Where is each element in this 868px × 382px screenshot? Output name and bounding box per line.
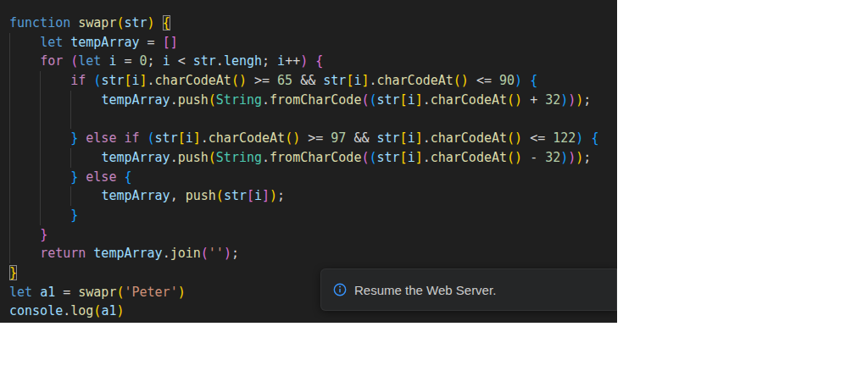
code-token — [270, 53, 277, 69]
code-token: ) — [270, 188, 277, 203]
indent-guide — [9, 225, 10, 245]
code-token: = — [147, 35, 155, 50]
code-token — [292, 73, 300, 88]
code-token: push — [186, 188, 216, 203]
code-line: if (str[i].charCodeAt() >= 65 && str[i].… — [0, 71, 617, 91]
code-token: swapr — [78, 15, 116, 30]
code-token: ( — [209, 92, 216, 108]
code-line: tempArray.push(String.fromCharCode((str[… — [0, 148, 617, 168]
code-token: + — [530, 92, 537, 108]
code-token — [32, 285, 40, 300]
indent-guide — [40, 148, 41, 168]
code-token: >= — [254, 73, 270, 88]
code-token: - — [530, 150, 537, 165]
code-token — [522, 150, 530, 165]
code-token: String — [216, 92, 262, 108]
code-token: i — [277, 53, 285, 69]
code-token: String — [216, 150, 262, 165]
code-token: if — [124, 130, 139, 146]
code-token: else — [86, 130, 116, 146]
code-token: } — [70, 130, 78, 146]
code-token: tempArray — [93, 246, 162, 261]
code-token: str — [155, 130, 178, 146]
code-token: ) — [576, 92, 583, 108]
code-token: 65 — [277, 73, 292, 88]
code-token — [155, 35, 163, 50]
code-token — [369, 130, 376, 146]
indent-guide — [9, 148, 10, 168]
code-token: . — [369, 73, 376, 88]
code-token — [9, 92, 101, 108]
code-token: ] — [415, 150, 423, 165]
code-token: console — [9, 303, 63, 318]
indent-guide — [9, 186, 10, 206]
code-token: ( — [285, 130, 292, 146]
code-token: ) — [300, 53, 308, 69]
code-token — [300, 130, 308, 146]
code-token — [70, 15, 78, 30]
indent-guide — [9, 109, 10, 129]
code-token: i — [186, 130, 193, 146]
code-token: ( — [507, 130, 515, 146]
code-token — [315, 73, 323, 88]
code-token — [522, 73, 530, 88]
indent-guide — [40, 186, 41, 206]
code-line: tempArray.push(String.fromCharCode((str[… — [0, 91, 617, 110]
code-token — [63, 53, 70, 69]
code-token: ) — [116, 303, 124, 318]
code-token — [522, 92, 530, 108]
code-token — [78, 169, 86, 185]
code-token — [9, 246, 40, 261]
code-token — [308, 53, 315, 69]
code-token: str — [377, 130, 400, 146]
code-token: ; — [277, 188, 285, 203]
code-token: ) — [568, 92, 576, 108]
code-token: '' — [209, 246, 224, 261]
indent-guide — [9, 52, 10, 71]
code-line: tempArray, push(str[i]); — [0, 186, 617, 206]
code-token: ( — [216, 188, 224, 203]
code-token — [9, 35, 40, 50]
code-editor[interactable]: function swapr(str) { let tempArray = []… — [0, 0, 617, 323]
indent-guide — [40, 168, 41, 187]
code-token: tempArray — [101, 150, 170, 165]
indent-guide — [40, 71, 41, 91]
code-token — [522, 130, 530, 146]
notification-toast[interactable]: Resume the Web Server. — [320, 269, 617, 311]
code-token: . — [262, 150, 270, 165]
code-token: ( — [231, 73, 239, 88]
code-token — [270, 73, 277, 88]
code-token: { — [591, 130, 598, 146]
code-token: ] — [415, 130, 423, 146]
code-token: . — [262, 92, 270, 108]
code-token: . — [170, 92, 178, 108]
code-token: ; — [262, 53, 270, 69]
code-line: } — [0, 206, 617, 225]
code-token: charCodeAt — [431, 92, 507, 108]
indent-guide — [40, 129, 41, 148]
code-token — [9, 150, 101, 165]
code-line: for (let i = 0; i < str.lengh; i++) { — [0, 52, 617, 71]
code-token: ) — [576, 150, 583, 165]
code-token — [537, 92, 545, 108]
code-token — [9, 227, 40, 242]
code-token: . — [63, 303, 70, 318]
code-token: ; — [147, 53, 155, 69]
code-token: = — [63, 285, 70, 300]
code-token: . — [147, 73, 155, 88]
code-token: ) — [568, 150, 576, 165]
code-token: function — [9, 15, 70, 30]
info-icon — [333, 283, 347, 296]
indent-guide — [70, 186, 71, 206]
code-token: return — [40, 246, 86, 261]
code-token: . — [423, 130, 431, 146]
code-token — [186, 53, 193, 69]
code-token: ) — [560, 92, 568, 108]
code-token: && — [300, 73, 315, 88]
code-token — [9, 53, 40, 69]
code-token — [9, 188, 101, 203]
code-token: . — [216, 53, 224, 69]
code-token: ( — [70, 53, 78, 69]
indent-guide — [9, 71, 10, 91]
code-token: ( — [507, 150, 515, 165]
